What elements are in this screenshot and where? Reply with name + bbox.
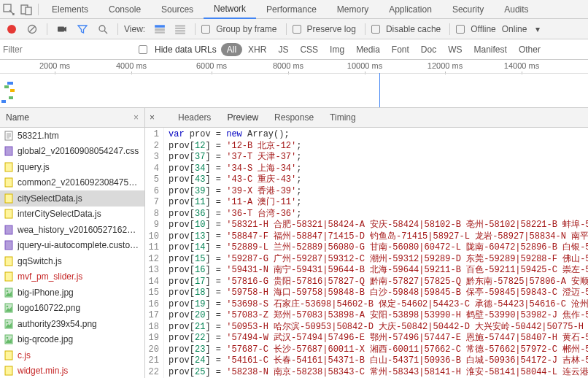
filter-ws[interactable]: WS	[442, 43, 468, 56]
tab-network[interactable]: Network	[204, 0, 256, 19]
chevron-down-icon[interactable]: ▾	[535, 24, 540, 34]
code-line[interactable]: prov[36] = '36-T 台湾-36';	[164, 209, 588, 220]
tab-performance[interactable]: Performance	[256, 1, 327, 18]
request-row[interactable]: c.js	[0, 347, 144, 363]
request-row[interactable]: big-iPhone.jpg	[0, 285, 144, 301]
code-line[interactable]: prov[19] = '53698-S 石家庄-53698|54602-B 保定…	[164, 299, 588, 311]
filter-font[interactable]: Font	[386, 43, 415, 56]
timeline-cursor[interactable]	[379, 73, 380, 107]
request-row[interactable]: gqSwitch.js	[0, 253, 144, 269]
js-file-icon	[4, 177, 13, 188]
code-line[interactable]: prov[12] = '12-B 北京-12';	[164, 141, 588, 153]
request-row[interactable]: 58321.htm	[0, 128, 144, 144]
detail-tab-response[interactable]: Response	[274, 112, 314, 123]
line-number: 2	[145, 141, 163, 153]
filter-toggle-icon[interactable]	[77, 23, 88, 35]
close-detail-icon[interactable]: ×	[150, 112, 155, 123]
code-line[interactable]: prov[23] = '57687-C 长沙-57687|60011-X 湘西-…	[164, 344, 588, 356]
js-file-icon	[4, 162, 13, 172]
code-line[interactable]: prov[25] = '58238-N 南京-58238|58343-C 常州-…	[164, 367, 588, 379]
detail-tab-preview[interactable]: Preview	[227, 112, 258, 123]
request-row[interactable]: widget.min.js	[0, 363, 144, 379]
view-small-icon[interactable]	[174, 23, 186, 35]
svg-rect-15	[5, 131, 12, 140]
tab-elements[interactable]: Elements	[42, 1, 98, 18]
filter-css[interactable]: CSS	[294, 43, 324, 56]
tab-sources[interactable]: Sources	[151, 1, 204, 18]
code-line[interactable]: prov[21] = '50953-H 哈尔滨-50953|50842-D 大庆…	[164, 322, 588, 333]
clear-icon[interactable]	[26, 23, 38, 35]
tab-application[interactable]: Application	[379, 1, 442, 18]
request-row[interactable]: common2_v20160923084755.js	[0, 175, 144, 191]
offline-checkbox[interactable]	[456, 25, 465, 34]
code-line[interactable]: prov[39] = '39-X 香港-39';	[164, 186, 588, 198]
code-line[interactable]: prov[43] = '43-C 重庆-43';	[164, 174, 588, 186]
code-line[interactable]: prov[13] = '58847-F 福州-58847|71415-D 钓鱼岛…	[164, 231, 588, 243]
timeline-tick: 6000 ms	[196, 61, 227, 70]
code-line[interactable]: prov[22] = '57494-W 武汉-57494|57496-E 鄂州-…	[164, 333, 588, 344]
timeline-overview[interactable]: 2000 ms4000 ms6000 ms8000 ms10000 ms1200…	[0, 60, 588, 108]
search-icon[interactable]	[97, 23, 109, 35]
request-row[interactable]: global2_v20160908054247.css	[0, 144, 144, 160]
filter-xhr[interactable]: XHR	[242, 43, 272, 56]
detail-tab-timing[interactable]: Timing	[330, 112, 356, 123]
filter-doc[interactable]: Doc	[415, 43, 442, 56]
filter-manifest[interactable]: Manifest	[468, 43, 513, 56]
svg-rect-8	[155, 25, 165, 27]
preserve-log-checkbox[interactable]	[293, 25, 301, 34]
line-number: 13	[145, 265, 163, 277]
code-line[interactable]: prov[37] = '37-T 天津-37';	[164, 152, 588, 163]
tab-security[interactable]: Security	[442, 1, 494, 18]
close-icon[interactable]: ×	[134, 112, 139, 123]
camera-icon[interactable]	[56, 23, 68, 35]
request-row[interactable]: jquery.js	[0, 159, 144, 175]
name-column-header[interactable]: Name ×	[0, 108, 144, 128]
request-row[interactable]: authority239x54.png	[0, 316, 144, 332]
request-row[interactable]: interCitySelectData.js	[0, 207, 144, 223]
group-by-frame-label: Group by frame	[216, 24, 276, 34]
hide-data-urls-checkbox[interactable]	[139, 45, 147, 54]
filter-other[interactable]: Other	[513, 43, 546, 56]
throttle-select[interactable]: Online	[502, 24, 527, 34]
line-number: 9	[145, 220, 163, 231]
code-line[interactable]: prov[24] = '54161-C 长春-54161|54371-B 白山-…	[164, 355, 588, 367]
request-row[interactable]: jquery-ui-autocomplete.custom.css	[0, 238, 144, 254]
request-row[interactable]: big-qrcode.jpg	[0, 332, 144, 348]
line-number: 11	[145, 242, 163, 254]
code-line[interactable]: prov[16] = '59431-N 南宁-59431|59644-B 北海-…	[164, 265, 588, 277]
filter-media[interactable]: Media	[350, 43, 386, 56]
group-by-frame-checkbox[interactable]	[201, 25, 210, 34]
view-large-icon[interactable]	[154, 23, 166, 35]
request-row[interactable]: logo160722.png	[0, 301, 144, 317]
line-number: 3	[145, 152, 163, 163]
preview-code[interactable]: 123456789101112131415161718192021222324 …	[145, 128, 588, 378]
code-line[interactable]: var prov = new Array();	[164, 129, 588, 141]
filter-all[interactable]: All	[221, 43, 242, 56]
code-line[interactable]: prov[11] = '11-A 澳门-11';	[164, 197, 588, 209]
disable-cache-checkbox[interactable]	[371, 25, 380, 34]
code-line[interactable]: prov[17] = '57816-G 贵阳-57816|57827-Q 黔南-…	[164, 277, 588, 288]
tab-audits[interactable]: Audits	[494, 1, 538, 18]
record-button[interactable]	[6, 23, 18, 35]
timeline-tick: 2000 ms	[39, 61, 70, 70]
svg-rect-17	[5, 163, 12, 171]
filter-input[interactable]	[3, 45, 120, 55]
code-line[interactable]: prov[10] = '58321-H 合肥-58321|58424-A 安庆-…	[164, 220, 588, 231]
request-row[interactable]: mvf_pm_slider.js	[0, 269, 144, 285]
detail-tab-headers[interactable]: Headers	[178, 112, 211, 123]
request-row[interactable]: citySelectData.js	[0, 190, 144, 207]
request-row[interactable]: wea_history_v20160527162614.css	[0, 222, 144, 238]
tab-memory[interactable]: Memory	[327, 1, 379, 18]
device-toggle-icon[interactable]	[20, 4, 32, 15]
inspect-icon[interactable]	[3, 4, 15, 15]
filter-js[interactable]: JS	[272, 43, 294, 56]
code-line[interactable]: prov[20] = '57083-Z 郑州-57083|53898-A 安阳-…	[164, 310, 588, 322]
tab-console[interactable]: Console	[98, 1, 151, 18]
svg-rect-18	[5, 178, 12, 187]
svg-line-4	[29, 26, 35, 32]
code-line[interactable]: prov[34] = '34-S 上海-34';	[164, 163, 588, 175]
code-line[interactable]: prov[15] = '59287-G 广州-59287|59312-C 潮州-…	[164, 254, 588, 266]
code-line[interactable]: prov[14] = '52889-L 兰州-52889|56080-G 甘南-…	[164, 242, 588, 254]
code-line[interactable]: prov[18] = '59758-H 海口-59758|59848-B 白沙-…	[164, 288, 588, 299]
filter-img[interactable]: Img	[324, 43, 350, 56]
